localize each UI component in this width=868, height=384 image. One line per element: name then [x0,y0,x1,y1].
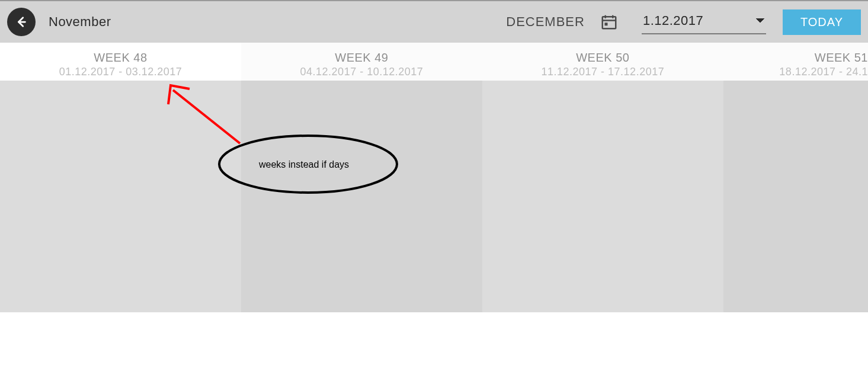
week-header-row: WEEK 48 01.12.2017 - 03.12.2017 WEEK 49 … [0,43,868,81]
svg-rect-1 [603,17,616,28]
top-toolbar: November DECEMBER 1.12.2017 TODAY [0,0,868,43]
calendar-body [0,81,868,312]
body-column-50[interactable] [482,81,723,312]
date-dropdown[interactable]: 1.12.2017 [642,9,766,34]
week-range: 01.12.2017 - 03.12.2017 [0,66,241,78]
chevron-down-icon [755,18,765,24]
week-title: WEEK 51 [723,51,868,65]
week-range: 11.12.2017 - 17.12.2017 [482,66,723,78]
body-column-49[interactable] [241,81,482,312]
arrow-left-icon [15,15,28,28]
body-column-48[interactable] [0,81,241,312]
previous-month-label[interactable]: November [49,14,111,30]
today-button[interactable]: TODAY [783,9,861,35]
week-column-50[interactable]: WEEK 50 11.12.2017 - 17.12.2017 [482,43,723,81]
current-month-title: DECEMBER [506,14,585,30]
week-column-49[interactable]: WEEK 49 04.12.2017 - 10.12.2017 [241,43,482,81]
week-column-51[interactable]: WEEK 51 18.12.2017 - 24.1 [723,43,868,81]
week-range: 04.12.2017 - 10.12.2017 [241,66,482,78]
back-button[interactable] [7,8,36,36]
date-dropdown-value: 1.12.2017 [643,13,703,28]
week-column-48[interactable]: WEEK 48 01.12.2017 - 03.12.2017 [0,43,241,81]
week-title: WEEK 48 [0,51,241,65]
week-range: 18.12.2017 - 24.1 [723,66,868,78]
body-column-51[interactable] [723,81,868,312]
week-title: WEEK 50 [482,51,723,65]
calendar-icon[interactable] [600,13,618,31]
app-root: November DECEMBER 1.12.2017 TODAY WEEK 4… [0,0,868,384]
week-title: WEEK 49 [241,51,482,65]
svg-rect-3 [604,23,607,25]
